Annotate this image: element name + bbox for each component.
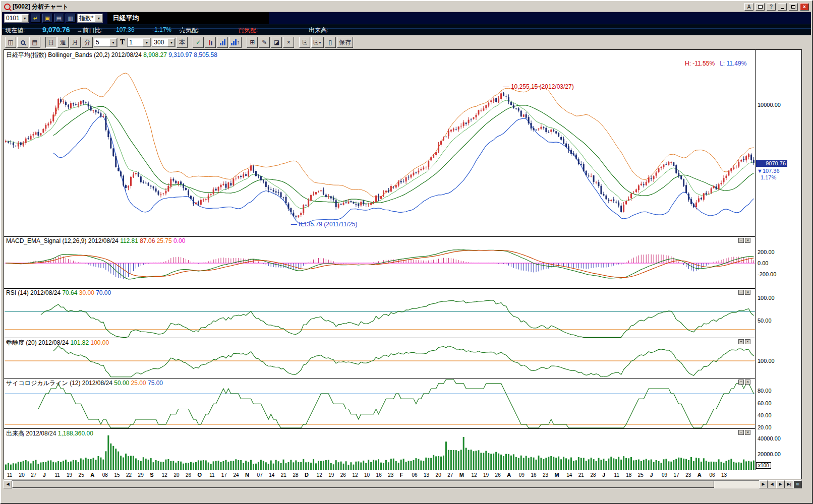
submit-icon[interactable]: ↵ <box>31 14 41 23</box>
maximize-icon <box>791 5 795 9</box>
rsi-panel-header: RSI (14) 2012/08/24 70.64 30.00 70.00 <box>6 289 111 296</box>
bar-chart-icon[interactable] <box>217 37 228 48</box>
page-left-button[interactable]: ◀ <box>768 480 776 488</box>
copy-icon: ⎘ <box>313 39 318 46</box>
register-icon[interactable]: ▣ <box>42 14 52 23</box>
header-segment: MACD_EMA_Signal (12,26,9) 2012/08/24 <box>6 237 120 244</box>
dropdown-arrow-icon[interactable]: ▼ <box>167 38 175 46</box>
print-page-icon[interactable]: ▯ <box>325 37 336 48</box>
copy-options-icon[interactable]: ⎘▼ <box>311 37 324 48</box>
period-minute-button[interactable]: 分 <box>82 37 93 48</box>
svg-text:A: A <box>698 472 702 478</box>
dropdown-arrow-icon[interactable]: ▼ <box>109 38 117 46</box>
svg-text:-200.00: -200.00 <box>758 271 776 277</box>
scroll-right-button[interactable]: ▶ <box>759 480 768 488</box>
svg-text:10: 10 <box>364 472 370 478</box>
annotation-mode-button[interactable]: A <box>744 3 753 11</box>
maximize-button[interactable] <box>789 3 798 11</box>
svg-text:17: 17 <box>221 472 227 478</box>
minimize-panel-icon[interactable]: − <box>738 380 744 385</box>
minimize-panel-icon[interactable]: − <box>738 238 744 243</box>
tick-interval-value: 1 <box>128 39 143 46</box>
close-panel-icon[interactable]: × <box>745 380 750 385</box>
app-logo-icon <box>4 4 11 10</box>
delete-drawing-icon[interactable]: × <box>283 37 294 48</box>
period-weekly-button[interactable]: 週 <box>57 37 69 48</box>
chart-area[interactable]: 10000.00200.000.00-200.00100.0050.00100.… <box>4 49 802 479</box>
page-right-button[interactable]: ▶ <box>776 480 785 488</box>
line-chart-icon[interactable]: ✓ <box>193 37 204 48</box>
symbol-toolbar: 0101 ▼ ↵ ▣ ▤ ▥ 指数* ▼ 日経平均 <box>2 12 811 24</box>
list-icon[interactable]: ▥ <box>66 14 76 23</box>
close-button[interactable]: × <box>800 3 809 11</box>
svg-text:20: 20 <box>19 472 25 478</box>
minimize-panel-icon[interactable]: − <box>738 290 744 295</box>
svg-text:26: 26 <box>495 472 501 478</box>
window-style-button[interactable] <box>756 3 765 11</box>
chart-settings-button[interactable]: ⊞ <box>793 480 802 488</box>
svg-text:18: 18 <box>626 472 632 478</box>
period-daily-button[interactable]: 日 <box>45 37 56 48</box>
close-panel-icon[interactable]: × <box>745 238 750 243</box>
bars-unit-button[interactable]: 本 <box>177 37 188 48</box>
dropdown-arrow-icon[interactable]: ▼ <box>21 14 29 22</box>
svg-text:40000.00: 40000.00 <box>758 435 781 442</box>
dropdown-arrow-icon[interactable]: ▼ <box>143 38 150 46</box>
scrollbar-thumb[interactable] <box>12 481 714 488</box>
app-window: [5002] 分析チャート A ? × 0101 ▼ ↵ ▣ ▤ ▥ 指数* ▼… <box>0 0 813 504</box>
minimize-panel-icon[interactable]: − <box>738 430 744 435</box>
psychological-panel-controls: − × <box>738 380 750 385</box>
close-panel-icon[interactable]: × <box>745 290 750 295</box>
minimize-button[interactable] <box>778 3 787 11</box>
dropdown-arrow-icon[interactable]: ▼ <box>95 14 102 22</box>
chart-window-icon[interactable]: ◫ <box>5 37 16 48</box>
eraser-icon[interactable]: ◪ <box>271 37 282 48</box>
scrollbar-track[interactable] <box>12 480 759 488</box>
svg-text:11: 11 <box>209 472 215 478</box>
zoom-icon[interactable] <box>17 37 28 48</box>
period-monthly-button[interactable]: 月 <box>70 37 81 48</box>
kairi-panel-header: 乖離度 (20) 2012/08/24 101.82 100.00 <box>6 339 109 347</box>
copy-chart-icon[interactable]: ⎘ <box>299 37 310 48</box>
scroll-left-button[interactable]: ◀ <box>4 480 12 488</box>
svg-text:21: 21 <box>281 472 287 478</box>
volume-panel-controls: − × <box>738 430 750 435</box>
minute-interval-select[interactable]: 5 ▼ <box>94 38 118 47</box>
new-page-icon[interactable]: ▤ <box>29 37 40 48</box>
candlesticks <box>5 91 754 219</box>
horizontal-scrollbar[interactable]: ◀ ▶ ◀ ▶ ▶| ⊞ <box>4 480 802 488</box>
macd-plot <box>5 250 755 279</box>
candlestick-icon[interactable] <box>205 37 216 48</box>
bars-glyph <box>220 39 225 45</box>
titlebar: [5002] 分析チャート A ? × <box>2 2 811 12</box>
svg-text:100.00: 100.00 <box>758 295 775 301</box>
chart-toolbar: ◫ ▤ 日 週 月 分 5 ▼ T 1 ▼ 300 ▼ 本 ✓ ↑ ⊞ ✎ ◪ … <box>2 35 811 49</box>
high-low-percent-label: H: -11.55% L: 11.49% <box>685 60 746 67</box>
bar-count-select[interactable]: 300 ▼ <box>152 38 176 47</box>
symbol-name-display: 日経平均 <box>107 12 269 24</box>
header-segment: 出来高 2012/08/24 <box>6 430 58 437</box>
close-panel-icon[interactable]: × <box>745 430 750 435</box>
jump-end-button[interactable]: ▶| <box>785 480 793 488</box>
window-icon <box>758 5 763 9</box>
svg-text:80.00: 80.00 <box>758 388 772 394</box>
chart-canvas[interactable]: 10000.00200.000.00-200.00100.0050.00100.… <box>4 50 801 479</box>
close-panel-icon[interactable]: × <box>745 339 750 344</box>
grid-icon[interactable]: ⊞ <box>247 37 258 48</box>
volume-chart-icon[interactable]: ↑ <box>229 37 242 48</box>
minimize-panel-icon[interactable]: − <box>738 339 744 344</box>
main-price-plot <box>6 73 754 224</box>
header-segment: 30.00 <box>79 289 96 296</box>
tick-interval-select[interactable]: 1 ▼ <box>127 38 151 47</box>
svg-text:14: 14 <box>566 472 572 478</box>
save-button[interactable]: 保存 <box>337 37 353 48</box>
symbol-code-input[interactable]: 0101 ▼ <box>4 14 29 23</box>
memo-icon[interactable]: ▤ <box>54 14 64 23</box>
index-select[interactable]: 指数* ▼ <box>77 14 103 23</box>
draw-icon[interactable]: ✎ <box>259 37 270 48</box>
annotation-marker: — <box>291 221 297 228</box>
header-segment: 0.00 <box>173 237 185 244</box>
macd-panel-header: MACD_EMA_Signal (12,26,9) 2012/08/24 112… <box>6 237 185 244</box>
svg-text:16: 16 <box>376 472 382 478</box>
help-button[interactable]: ? <box>767 3 776 11</box>
